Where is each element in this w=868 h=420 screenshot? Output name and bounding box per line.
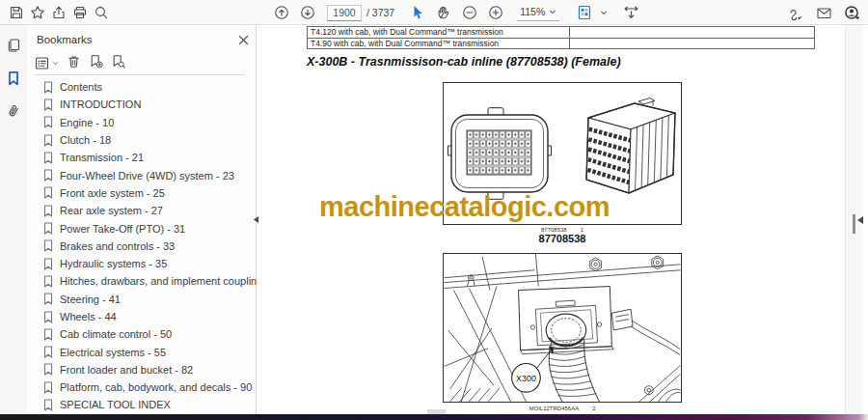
email-button[interactable] [813, 2, 834, 23]
zoom-level-dropdown[interactable]: 115% [517, 4, 559, 21]
hand-tool-button[interactable] [433, 2, 454, 23]
toolbar-center-group: / 3737 115% [271, 0, 641, 25]
bookmark-list-item[interactable]: Cab climate control - 50 [27, 325, 257, 343]
bookmark-item-icon [42, 81, 54, 94]
bookmark-list-item[interactable]: Contents [27, 78, 257, 96]
bookmark-list-item[interactable]: Brakes and controls - 33 [27, 238, 257, 255]
bookmark-list-item[interactable]: Platform, cab, bodywork, and decals - 90 [27, 378, 257, 396]
bookmark-list-item[interactable]: SPECIAL TOOL INDEX [27, 396, 257, 413]
bookmark-item-icon [42, 205, 54, 217]
chevron-down-icon[interactable] [600, 9, 608, 16]
scrollbar-thumb[interactable] [853, 214, 855, 234]
pages-icon [6, 38, 21, 53]
zoom-in-button[interactable] [485, 2, 506, 23]
taskbar-edge [0, 414, 868, 420]
model-cell: T4.120 with cab, with Dual Command™ tran… [307, 27, 570, 38]
bookmark-list-item[interactable]: Clutch - 18 [27, 131, 257, 149]
find-bookmark-button[interactable] [111, 54, 125, 72]
bookmark-item-label: SPECIAL TOOL INDEX [60, 399, 171, 410]
bookmark-item-label: Four-Wheel Drive (4WD) system - 23 [60, 170, 234, 182]
bookmark-item-label: Hydraulic systems - 35 [60, 258, 167, 269]
top-toolbar: / 3737 115% [0, 0, 868, 25]
delete-bookmark-button[interactable] [67, 54, 81, 72]
bookmark-item-label: Hitches, drawbars, and implement couplin… [60, 275, 257, 287]
share-button[interactable] [48, 2, 69, 23]
bookmark-list-item[interactable]: Four-Wheel Drive (4WD) system - 23 [27, 166, 257, 183]
select-tool-button[interactable] [407, 2, 428, 23]
bookmark-item-label: Engine - 10 [60, 117, 114, 128]
next-page-button[interactable] [297, 2, 318, 23]
figure2-caption: MOIL12TRD456AA 2 [443, 406, 682, 411]
bookmark-list-item[interactable]: Wheels - 44 [27, 308, 257, 325]
bookmark-list-item[interactable]: Front loader and bucket - 82 [27, 361, 257, 378]
bookmark-item-icon [42, 186, 54, 199]
cursor-icon [410, 5, 425, 20]
save-icon [9, 5, 24, 20]
bookmark-options-button[interactable] [35, 56, 59, 70]
zoom-out-button[interactable] [459, 2, 480, 23]
connector-3d-view [586, 98, 675, 194]
search-button[interactable] [91, 2, 112, 23]
fit-width-button[interactable] [620, 2, 641, 23]
profile-button[interactable] [841, 2, 862, 23]
bookmark-list-item[interactable]: Electrical systems - 55 [27, 343, 257, 360]
bookmark-list-item[interactable]: Steering - 41 [27, 291, 257, 308]
zoom-out-icon [462, 5, 477, 20]
bookmark-item-icon [42, 346, 54, 358]
bookmark-list-item[interactable]: INTRODUCTION [27, 96, 257, 113]
bookmark-item-label: INTRODUCTION [60, 98, 141, 110]
bookmark-item-icon [42, 239, 54, 252]
page-up-icon [274, 5, 289, 20]
paperclip-icon [6, 103, 21, 119]
signature-button[interactable] [785, 2, 806, 23]
search-icon [94, 5, 109, 20]
page-number-input[interactable] [327, 5, 362, 21]
close-icon[interactable] [238, 35, 249, 45]
print-button[interactable] [69, 2, 91, 23]
bookmark-icon [6, 70, 21, 86]
bookmarks-panel: Bookmarks [27, 25, 257, 414]
zoom-level-value: 115% [520, 6, 545, 17]
bookmark-item-label: Rear axle system - 27 [60, 205, 163, 216]
page-down-icon [300, 5, 315, 20]
favorite-button[interactable] [27, 2, 48, 23]
bookmark-item-icon [42, 328, 54, 341]
bookmark-item-icon [42, 293, 54, 305]
bookmark-add-icon [89, 54, 103, 69]
bookmark-item-label: Steering - 41 [60, 294, 121, 305]
installation-figure: X300 [443, 253, 682, 403]
attachments-panel-button[interactable] [0, 98, 27, 124]
collapse-right-panel-arrow[interactable] [856, 215, 864, 225]
bookmark-list-item[interactable]: Front axle system - 25 [27, 184, 257, 202]
bookmark-item-icon [42, 311, 54, 323]
table-row: T4.90 with cab, with Dual Command™ trans… [307, 39, 815, 50]
page-view-button[interactable] [574, 2, 595, 23]
page-thumbnails-panel-button[interactable] [0, 33, 27, 58]
bookmark-list-item[interactable]: Engine - 10 [27, 114, 257, 131]
bookmark-list-item[interactable]: Hydraulic systems - 35 [27, 255, 257, 272]
model-table: T4.120 with cab, with Dual Command™ tran… [307, 26, 815, 49]
user-profile-icon [844, 5, 860, 21]
toolbar-left-group [6, 0, 112, 25]
bookmark-item-icon [42, 134, 54, 147]
save-button[interactable] [6, 2, 27, 23]
bookmark-item-icon [42, 116, 54, 128]
chevron-down-icon [549, 8, 556, 15]
bookmark-list-item[interactable]: Transmission - 21 [27, 149, 257, 166]
bookmarks-panel-button[interactable] [0, 66, 27, 91]
star-icon [30, 5, 45, 20]
bookmark-item-label: Power Take-Off (PTO) - 31 [60, 223, 185, 235]
list-options-icon [35, 56, 49, 70]
value-cell [570, 27, 815, 38]
collapse-bookmarks-panel-arrow[interactable] [253, 215, 259, 224]
mail-icon [816, 5, 832, 21]
bookmark-list-item[interactable]: Hitches, drawbars, and implement couplin… [27, 272, 257, 290]
document-page[interactable]: T4.120 with cab, with Dual Command™ tran… [257, 25, 845, 414]
bookmark-item-icon [42, 152, 54, 164]
add-bookmark-button[interactable] [89, 54, 103, 72]
previous-page-button[interactable] [271, 2, 292, 23]
bookmark-list-item[interactable]: Power Take-Off (PTO) - 31 [27, 219, 257, 237]
bookmark-list-item[interactable]: Rear axle system - 27 [27, 202, 257, 219]
bookmark-item-icon [42, 363, 54, 376]
bookmark-search-icon [111, 54, 125, 69]
